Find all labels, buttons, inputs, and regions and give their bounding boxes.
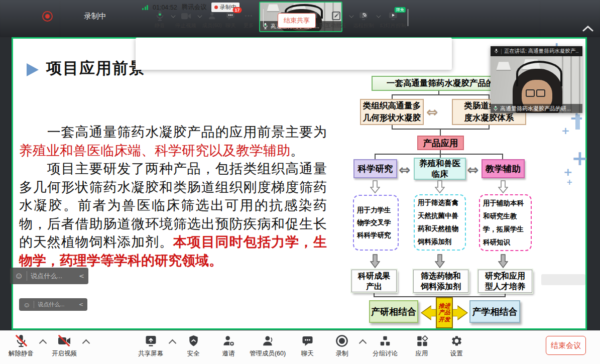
camera-icon: [181, 11, 191, 21]
chat-button-bottom[interactable]: 聊天: [301, 334, 314, 358]
speaker-name-label: 高通量筛药水凝胶产品的研...: [491, 104, 582, 113]
slide-title: 项目应用前景: [46, 58, 146, 79]
down-arrow-icon: [435, 254, 445, 270]
record-dot-icon: [214, 6, 218, 9]
chat-placeholder[interactable]: 说点什么...: [31, 272, 62, 281]
end-meeting-button[interactable]: 结束会议: [546, 336, 586, 355]
person-icon: [207, 11, 216, 21]
record-dot-icon: [42, 11, 53, 22]
mute-button[interactable]: 静音: [155, 11, 165, 29]
connector-line: [375, 154, 503, 155]
connector-line: [502, 154, 503, 159]
highlight-red-text: 养殖业和兽医临床端、科学研究以及教学辅助: [19, 143, 290, 158]
flow-box-scientific-research: 科学研究: [353, 159, 397, 178]
unmute-button[interactable]: 解除静音: [9, 334, 34, 358]
chat-unread-badge: 17: [232, 7, 242, 13]
camera-off-icon: [58, 334, 71, 347]
flow-box-screened-drugs: 筛选药物和饲料添加剂: [413, 270, 468, 293]
push-product-arrow: 推进产品开发: [421, 297, 468, 328]
connector-line: [489, 94, 490, 99]
double-arrow-icon: ⇔: [399, 162, 410, 178]
chat-icon: 17: [226, 11, 235, 21]
share-screen-button[interactable]: 共享屏幕: [138, 334, 163, 358]
recording-label: 录制中: [84, 12, 106, 21]
slide-control-button[interactable]: 限免 幻灯片控制: [380, 11, 407, 29]
speaker-video-panel[interactable]: 正在讲话: 高通量筛药水凝胶产... 高通量筛药水凝胶产品的研...: [491, 46, 582, 113]
mic-muted-icon: [16, 334, 27, 347]
annotate-pen-icon: [331, 11, 341, 21]
toolbar-divider: [408, 9, 408, 26]
down-arrow-icon: [370, 180, 380, 195]
invite-person-icon: [222, 334, 234, 347]
bottom-control-bar: [0, 330, 600, 364]
flow-box-industry-study: 产学相结合: [469, 300, 520, 323]
shield-icon: [188, 334, 199, 347]
annotate-button[interactable]: 互动批注: [325, 11, 346, 29]
apps-grid-icon: [416, 334, 428, 347]
members-icon: [262, 334, 274, 347]
emoji-icon[interactable]: ☺: [23, 301, 30, 309]
manage-members-button[interactable]: 管理成员(60): [250, 334, 286, 358]
title-bullet-triangle-icon: [27, 63, 39, 76]
chat-placeholder[interactable]: 说点什么...: [38, 301, 64, 308]
security-button[interactable]: 安全: [187, 334, 200, 358]
speaking-status-text: 正在讲话: 高通量筛药水凝胶产...: [504, 48, 579, 55]
decor-plus-icon: +: [571, 148, 588, 168]
double-arrow-icon: ⇔: [467, 162, 478, 178]
share-toolbar: [136, 38, 452, 70]
limited-free-badge: 限免: [395, 7, 406, 13]
down-arrow-icon: [435, 180, 445, 195]
speaker-video-feed: 高通量筛药水凝胶产品的研...: [491, 56, 582, 113]
connector-line: [375, 154, 376, 159]
collapse-chat-arrow[interactable]: <: [79, 301, 83, 308]
faded-overlay-box: [541, 274, 585, 285]
more-button[interactable]: 更多: [244, 11, 254, 29]
flow-box-industry-research: 产研相结合: [369, 300, 418, 323]
apps-button[interactable]: 应用: [416, 334, 428, 358]
settings-button[interactable]: 设置: [450, 334, 463, 358]
start-video-button[interactable]: 开启视频: [52, 334, 77, 358]
remote-control-icon: [358, 11, 369, 21]
double-arrow-icon: ⇔: [426, 104, 438, 120]
mic-icon: [493, 105, 498, 112]
meeting-timer: 01:04:52: [153, 4, 177, 11]
flow-box-tissue-hydrogel: 类组织高通量多几何形状水凝胶: [360, 99, 424, 125]
mic-icon: [494, 48, 499, 54]
slide-body-text: 一套高通量筛药水凝胶产品的应用前景主要为养殖业和兽医临床端、科学研究以及教学辅助…: [19, 123, 327, 270]
chat-quick-input-small[interactable]: ☺ 说点什么... <: [19, 298, 87, 311]
slide-control-icon: 限免: [388, 11, 398, 21]
decor-rect: [575, 114, 580, 130]
collapse-bar-chevron-icon[interactable]: [582, 25, 593, 32]
flow-dashed-use-farming: 用于筛选畜禽天然抗菌中兽药和天然植物饲料添加剂: [414, 194, 466, 251]
flow-box-research-output: 科研成果产出: [351, 270, 397, 292]
stop-video-button[interactable]: 停止视频: [175, 11, 196, 29]
paragraph-2: 项目主要研发了两种产品，包括类组织高通量多几何形状筛药水凝胶和类肠道组织刚度梯度…: [19, 160, 327, 270]
signal-icon: [142, 5, 148, 10]
decor-plus-icon: +: [566, 179, 573, 186]
chat-icon: [301, 334, 313, 347]
flow-box-product-application: 产品应用: [417, 136, 464, 150]
chat-button[interactable]: 17 聊天: [225, 11, 236, 29]
members-button[interactable]: 成员(60): [202, 11, 222, 29]
flow-box-teaching-aid: 教学辅助: [482, 159, 525, 178]
mic-icon: [155, 11, 164, 21]
invite-button[interactable]: 邀请: [222, 334, 235, 358]
remote-control-button[interactable]: 远程控制: [353, 11, 374, 29]
collapse-chat-arrow[interactable]: <: [79, 272, 84, 280]
flow-dashed-use-science: 用于力学生物学交叉学科科学研究: [353, 195, 399, 251]
flow-dashed-use-teaching: 用于辅助本科和研究生教学，拓展学生科研知识: [479, 194, 532, 251]
share-screen-icon: [145, 334, 157, 347]
connector-line: [392, 94, 490, 95]
recording-indicator: 录制中: [42, 11, 106, 22]
connector-line: [392, 94, 393, 99]
end-share-button[interactable]: 结束共享: [278, 13, 316, 28]
emoji-icon[interactable]: ☺: [15, 271, 23, 281]
push-arrow-label: 推进产品开发: [438, 303, 450, 323]
breakout-squares-icon: [379, 334, 391, 347]
decor-plus-icon: +: [563, 167, 572, 178]
down-arrow-icon: [498, 254, 508, 270]
record-button[interactable]: 录制: [335, 334, 348, 358]
speaking-status-bar: 正在讲话: 高通量筛药水凝胶产...: [491, 46, 582, 56]
breakout-rooms-button[interactable]: 分组讨论: [373, 334, 398, 358]
chat-quick-input[interactable]: ☺ 说点什么... <: [10, 268, 88, 284]
